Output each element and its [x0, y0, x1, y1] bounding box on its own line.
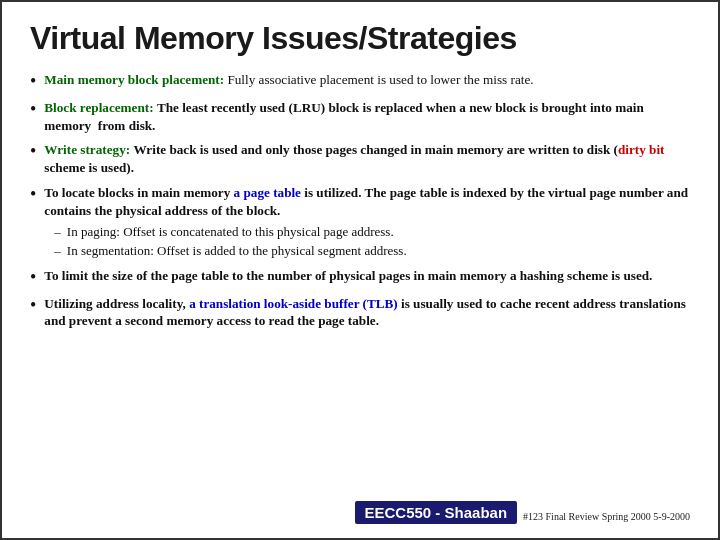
bullet-5-text: To limit the size of the page table to t…	[44, 268, 652, 283]
bullet-4: • To locate blocks in main memory a page…	[30, 184, 690, 260]
bullet-3: • Write strategy: Write back is used and…	[30, 141, 690, 177]
bullet-1-label: Main memory block placement:	[44, 72, 224, 87]
sub-bullet-4-2-text: In segmentation: Offset is added to the …	[67, 242, 407, 260]
bullet-2-label: Block replacement:	[44, 100, 153, 115]
bullet-4-text-before: To locate blocks in main memory	[44, 185, 233, 200]
bullet-2: • Block replacement: The least recently …	[30, 99, 690, 135]
bullet-1-text: Fully associative placement is used to l…	[227, 72, 533, 87]
bullet-6: • Utilizing address locality, a translat…	[30, 295, 690, 331]
bullet-5: • To limit the size of the page table to…	[30, 267, 690, 288]
bullet-4-link: a page table	[234, 185, 301, 200]
bullet-3-text-after: scheme is used).	[44, 160, 134, 175]
slide: Virtual Memory Issues/Strategies • Main …	[0, 0, 720, 540]
bullet-text-6: Utilizing address locality, a translatio…	[44, 295, 690, 331]
bullet-6-text-before: Utilizing address locality,	[44, 296, 189, 311]
bullet-4-sub: – In paging: Offset is concatenated to t…	[54, 223, 690, 260]
footer: EECC550 - Shaaban #123 Final Review Spri…	[30, 501, 690, 524]
sub-bullet-4-2: – In segmentation: Offset is added to th…	[54, 242, 690, 260]
slide-title: Virtual Memory Issues/Strategies	[30, 20, 690, 57]
bullet-dot-4: •	[30, 185, 36, 260]
bullet-text-2: Block replacement: The least recently us…	[44, 99, 690, 135]
bullet-dot-3: •	[30, 142, 36, 177]
sub-dash-1: –	[54, 223, 61, 241]
slide-content: • Main memory block placement: Fully ass…	[30, 71, 690, 495]
bullet-6-link: a translation look-aside buffer (TLB)	[189, 296, 398, 311]
footer-course: EECC550 - Shaaban	[355, 501, 518, 524]
bullet-text-5: To limit the size of the page table to t…	[44, 267, 690, 288]
bullet-text-3: Write strategy: Write back is used and o…	[44, 141, 690, 177]
bullet-text-4: To locate blocks in main memory a page t…	[44, 184, 690, 260]
footer-info: #123 Final Review Spring 2000 5-9-2000	[523, 511, 690, 524]
bullet-3-highlight: dirty bit	[618, 142, 665, 157]
sub-dash-2: –	[54, 242, 61, 260]
bullet-dot-2: •	[30, 100, 36, 135]
bullet-text-1: Main memory block placement: Fully assoc…	[44, 71, 690, 92]
bullet-dot-6: •	[30, 296, 36, 331]
bullet-dot-1: •	[30, 72, 36, 92]
sub-bullet-4-1-text: In paging: Offset is concatenated to thi…	[67, 223, 394, 241]
sub-bullet-4-1: – In paging: Offset is concatenated to t…	[54, 223, 690, 241]
bullet-3-label: Write strategy:	[44, 142, 130, 157]
footer-info-line1: #123 Final Review Spring 2000 5-9-2000	[523, 511, 690, 522]
bullet-dot-5: •	[30, 268, 36, 288]
bullet-1: • Main memory block placement: Fully ass…	[30, 71, 690, 92]
bullet-3-text: Write back is used and only those pages …	[133, 142, 618, 157]
